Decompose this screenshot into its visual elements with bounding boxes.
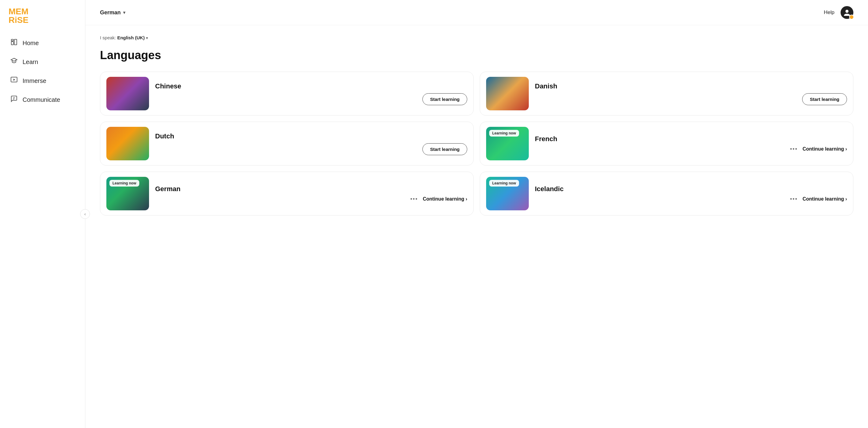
svg-rect-2 <box>14 39 17 45</box>
lang-image-icelandic: Learning now <box>486 177 529 210</box>
lang-card-french: Learning nowFrench•••Continue learning › <box>480 122 854 165</box>
sidebar: MEM RiSE Home Learn <box>0 0 85 428</box>
lang-actions-chinese: Start learning <box>155 93 467 105</box>
sidebar-item-immerse[interactable]: Immerse <box>5 72 80 90</box>
lang-actions-german: •••Continue learning › <box>155 196 467 203</box>
language-grid: ChineseStart learningDanishStart learnin… <box>100 72 854 216</box>
sidebar-item-home[interactable]: Home <box>5 34 80 52</box>
home-icon <box>10 38 18 48</box>
continue-learning-btn-icelandic[interactable]: Continue learning › <box>803 196 847 202</box>
svg-marker-4 <box>13 79 15 81</box>
continue-learning-btn-german[interactable]: Continue learning › <box>423 196 467 202</box>
logo-mem: MEM <box>8 7 76 16</box>
learn-icon <box>10 57 18 66</box>
sidebar-collapse-button[interactable]: ‹ <box>80 209 90 219</box>
lang-info-danish: DanishStart learning <box>535 82 847 105</box>
lang-image-german: Learning now <box>106 177 149 210</box>
logo: MEM RiSE <box>0 7 85 34</box>
lang-info-german: German•••Continue learning › <box>155 185 467 203</box>
sidebar-item-communicate[interactable]: Communicate <box>5 91 80 109</box>
more-options-french[interactable]: ••• <box>790 146 798 152</box>
lang-image-dutch <box>106 127 149 160</box>
continue-learning-btn-french[interactable]: Continue learning › <box>803 146 847 152</box>
immerse-icon <box>10 76 18 85</box>
main-content: German ▾ Help I speak: English (UK) ▾ La… <box>85 0 868 428</box>
lang-card-dutch: DutchStart learning <box>100 122 474 165</box>
page-title: Languages <box>100 49 854 62</box>
lang-info-french: French•••Continue learning › <box>535 135 847 152</box>
lang-card-danish: DanishStart learning <box>480 72 854 116</box>
start-learning-btn-danish[interactable]: Start learning <box>802 93 847 105</box>
lang-actions-french: •••Continue learning › <box>535 146 847 152</box>
lang-info-icelandic: Icelandic•••Continue learning › <box>535 185 847 203</box>
lang-info-chinese: ChineseStart learning <box>155 82 467 105</box>
top-header: German ▾ Help <box>85 0 868 25</box>
speaks-dropdown-arrow[interactable]: ▾ <box>146 36 148 40</box>
lang-name-icelandic: Icelandic <box>535 185 847 193</box>
sidebar-item-home-label: Home <box>23 40 39 47</box>
lang-image-chinese <box>106 77 149 110</box>
lang-name-french: French <box>535 135 847 143</box>
svg-rect-0 <box>11 39 13 41</box>
selected-language-label: German <box>100 9 121 16</box>
lang-name-danish: Danish <box>535 82 847 90</box>
lang-card-german: Learning nowGerman•••Continue learning › <box>100 172 474 216</box>
lang-actions-icelandic: •••Continue learning › <box>535 196 847 203</box>
sidebar-item-communicate-label: Communicate <box>23 96 60 103</box>
speaks-prefix: I speak: <box>100 35 116 40</box>
languages-content: I speak: English (UK) ▾ Languages Chines… <box>85 25 868 225</box>
communicate-icon <box>10 95 18 104</box>
language-dropdown-arrow: ▾ <box>123 10 125 15</box>
lang-name-german: German <box>155 185 467 193</box>
avatar-star-badge <box>849 14 854 20</box>
learning-now-badge-icelandic: Learning now <box>489 180 519 187</box>
speaks-bar: I speak: English (UK) ▾ <box>100 35 854 40</box>
learning-now-badge-french: Learning now <box>489 130 519 136</box>
sidebar-nav: Home Learn Immerse <box>0 34 85 109</box>
speaks-language: English (UK) <box>117 35 145 40</box>
lang-name-chinese: Chinese <box>155 82 467 90</box>
start-learning-btn-dutch[interactable]: Start learning <box>423 143 467 155</box>
lang-actions-danish: Start learning <box>535 93 847 105</box>
svg-point-7 <box>845 10 848 13</box>
language-selector[interactable]: German ▾ <box>100 9 125 16</box>
help-link[interactable]: Help <box>824 9 835 16</box>
lang-name-dutch: Dutch <box>155 132 467 140</box>
logo-rise: RiSE <box>8 16 76 24</box>
sidebar-item-learn[interactable]: Learn <box>5 53 80 71</box>
lang-card-icelandic: Learning nowIcelandic•••Continue learnin… <box>480 172 854 216</box>
lang-image-french: Learning now <box>486 127 529 160</box>
more-options-german[interactable]: ••• <box>410 196 418 203</box>
sidebar-item-learn-label: Learn <box>23 59 38 65</box>
lang-image-danish <box>486 77 529 110</box>
learning-now-badge-german: Learning now <box>110 180 139 187</box>
lang-info-dutch: DutchStart learning <box>155 132 467 155</box>
user-avatar[interactable] <box>841 6 854 19</box>
start-learning-btn-chinese[interactable]: Start learning <box>423 93 467 105</box>
header-right-actions: Help <box>824 6 854 19</box>
sidebar-item-immerse-label: Immerse <box>23 78 46 85</box>
lang-actions-dutch: Start learning <box>155 143 467 155</box>
lang-card-chinese: ChineseStart learning <box>100 72 474 116</box>
more-options-icelandic[interactable]: ••• <box>790 196 798 203</box>
svg-rect-1 <box>11 41 13 45</box>
